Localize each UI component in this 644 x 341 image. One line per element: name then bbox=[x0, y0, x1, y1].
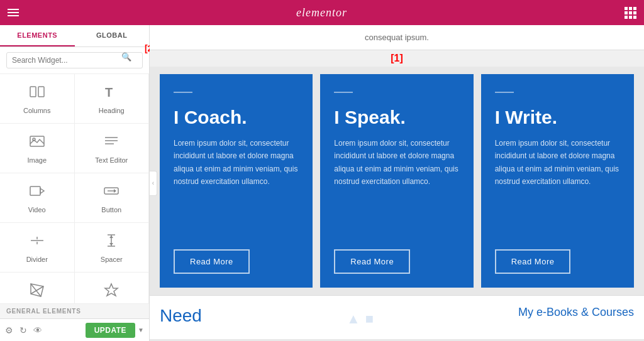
card-coach-title: I Coach. bbox=[174, 107, 299, 128]
apps-icon[interactable] bbox=[625, 7, 636, 19]
widget-button[interactable]: Button bbox=[75, 173, 150, 223]
bottom-center-icons: ▲ ■ bbox=[347, 311, 374, 327]
widget-columns-label: Columns bbox=[23, 107, 50, 114]
sidebar-tabs: ELEMENTS GLOBAL bbox=[0, 25, 149, 47]
button-icon bbox=[103, 182, 120, 202]
widget-icon[interactable]: Icon bbox=[75, 273, 150, 303]
top-bar: elementor bbox=[0, 0, 644, 25]
bottom-section: Need ▲ ■ My e-Books & Courses bbox=[150, 295, 644, 339]
sidebar: ELEMENTS GLOBAL 🔍 [2] Columns T bbox=[0, 25, 150, 341]
tab-global[interactable]: GLOBAL bbox=[75, 25, 150, 46]
widgets-grid: Columns T Heading Image Tex bbox=[0, 74, 149, 303]
svg-marker-20 bbox=[109, 243, 113, 246]
label-1-wrapper: [1] bbox=[150, 50, 644, 67]
divider-icon bbox=[28, 232, 46, 252]
svg-marker-12 bbox=[114, 189, 116, 193]
svg-point-4 bbox=[33, 138, 35, 141]
text-editor-icon bbox=[103, 133, 120, 153]
canvas-inner: consequat ipsum. [1] I Coach. Lorem ipsu… bbox=[150, 25, 644, 339]
widget-spacer-label: Spacer bbox=[101, 256, 123, 263]
widget-columns[interactable]: Columns bbox=[0, 74, 75, 124]
card-coach-text: Lorem ipsum dolor sit, consectetur incid… bbox=[174, 137, 299, 188]
widget-text-editor[interactable]: Text Editor bbox=[75, 124, 150, 173]
google-maps-icon bbox=[28, 281, 46, 301]
tab-elements[interactable]: ELEMENTS bbox=[0, 25, 75, 46]
card-speak: I Speak. Lorem ipsum dolor sit, consecte… bbox=[320, 74, 473, 288]
widget-heading[interactable]: T Heading bbox=[75, 74, 150, 124]
canvas-area: ‹ consequat ipsum. [1] I Coach. Lorem ip… bbox=[150, 25, 644, 341]
hide-icon[interactable]: 👁 bbox=[33, 325, 42, 335]
sidebar-footer: ⚙ ↻ 👁 UPDATE ▼ bbox=[0, 318, 149, 341]
svg-rect-8 bbox=[30, 187, 40, 195]
card-speak-text: Lorem ipsum dolor sit, consectetur incid… bbox=[334, 137, 459, 188]
update-dropdown-arrow[interactable]: ▼ bbox=[138, 327, 144, 333]
widget-image[interactable]: Image bbox=[0, 124, 75, 173]
widget-image-label: Image bbox=[27, 156, 47, 164]
card-write: I Write. Lorem ipsum dolor sit, consecte… bbox=[481, 74, 634, 288]
card-write-text: Lorem ipsum dolor sit, consectetur incid… bbox=[495, 137, 620, 188]
widget-video-label: Video bbox=[28, 206, 46, 214]
history-icon[interactable]: ↻ bbox=[19, 325, 27, 335]
collapse-handle[interactable]: ‹ bbox=[150, 171, 157, 196]
search-wrap: 🔍 [2] bbox=[6, 52, 143, 68]
general-elements-label: GENERAL ELEMENTS bbox=[0, 303, 149, 318]
icon-widget-icon bbox=[103, 281, 120, 301]
card-write-title: I Write. bbox=[495, 107, 620, 128]
widget-text-editor-label: Text Editor bbox=[95, 156, 128, 164]
sidebar-search-bar: 🔍 [2] bbox=[0, 47, 149, 74]
svg-text:T: T bbox=[105, 85, 113, 99]
svg-marker-9 bbox=[40, 188, 44, 193]
card-write-read-more-button[interactable]: Read More bbox=[495, 249, 571, 274]
widget-divider[interactable]: Divider bbox=[0, 223, 75, 273]
widget-heading-label: Heading bbox=[99, 107, 125, 114]
settings-icon[interactable]: ⚙ bbox=[5, 325, 13, 335]
card-write-line bbox=[495, 92, 514, 93]
main-layout: ELEMENTS GLOBAL 🔍 [2] Columns T bbox=[0, 25, 644, 341]
footer-icons: ⚙ ↻ 👁 bbox=[5, 325, 42, 335]
update-button[interactable]: UPDATE bbox=[86, 323, 135, 338]
widget-google-maps[interactable]: Google Maps bbox=[0, 273, 75, 303]
card-coach-read-more-button[interactable]: Read More bbox=[174, 249, 250, 274]
card-speak-line bbox=[334, 92, 353, 93]
card-speak-read-more-button[interactable]: Read More bbox=[334, 249, 410, 274]
elementor-logo: elementor bbox=[296, 6, 347, 19]
label-1-annotation: [1] bbox=[391, 53, 403, 64]
bottom-left-text: Need bbox=[160, 306, 202, 326]
svg-marker-19 bbox=[109, 235, 113, 238]
hamburger-icon[interactable] bbox=[8, 9, 19, 16]
svg-marker-24 bbox=[105, 284, 118, 296]
widget-spacer[interactable]: Spacer bbox=[75, 223, 150, 273]
svg-rect-0 bbox=[30, 87, 36, 97]
video-icon bbox=[28, 182, 46, 202]
card-coach-line bbox=[174, 92, 192, 93]
svg-rect-1 bbox=[38, 87, 44, 97]
spacer-icon bbox=[103, 232, 120, 252]
bottom-center-icon-2: ■ bbox=[365, 311, 374, 327]
bottom-center-icon-1: ▲ bbox=[347, 311, 360, 327]
cards-section: I Coach. Lorem ipsum dolor sit, consecte… bbox=[150, 67, 644, 295]
widget-video[interactable]: Video bbox=[0, 173, 75, 223]
search-icon: 🔍 bbox=[121, 52, 131, 62]
columns-icon bbox=[28, 83, 46, 103]
top-text: consequat ipsum. bbox=[365, 33, 429, 42]
widget-button-label: Button bbox=[101, 206, 121, 214]
heading-icon: T bbox=[103, 83, 120, 103]
widget-divider-label: Divider bbox=[26, 256, 48, 263]
card-speak-title: I Speak. bbox=[334, 107, 459, 128]
image-icon bbox=[28, 133, 46, 153]
bottom-right-text: My e-Books & Courses bbox=[518, 306, 634, 319]
card-coach: I Coach. Lorem ipsum dolor sit, consecte… bbox=[160, 74, 313, 288]
top-text-strip: consequat ipsum. bbox=[150, 25, 644, 50]
